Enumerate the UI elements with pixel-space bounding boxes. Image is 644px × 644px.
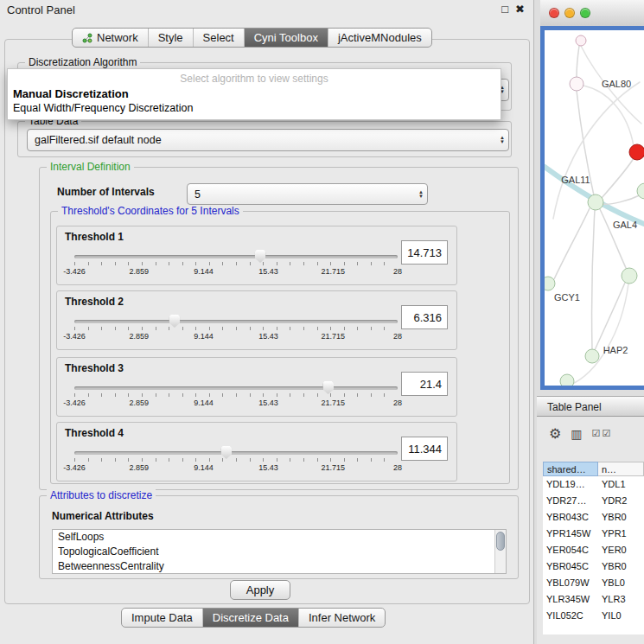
table-cell[interactable]: YDL1 xyxy=(598,476,644,493)
network-canvas[interactable]: GAL80GAL11GAL4GCY1HAP2 xyxy=(545,30,644,386)
close-icon[interactable]: ✖ xyxy=(515,3,525,16)
float-icon[interactable]: □ xyxy=(501,3,508,16)
table-cell[interactable]: YBR043C xyxy=(543,509,598,526)
network-edge[interactable] xyxy=(577,46,579,77)
network-edge[interactable] xyxy=(583,86,634,146)
column-header[interactable]: n… xyxy=(598,462,644,476)
table-cell[interactable]: YLR3 xyxy=(598,591,644,608)
mac-minimize-icon[interactable] xyxy=(564,8,575,18)
table-row[interactable]: YIL052CYIL0 xyxy=(543,608,644,624)
spinner-arrows-icon[interactable]: ▲▼ xyxy=(500,130,505,150)
table-row[interactable]: YLR345WYLR3 xyxy=(543,591,644,608)
attributes-listbox[interactable]: SelfLoops TopologicalCoefficient Between… xyxy=(52,529,507,574)
table-data-combobox[interactable]: galFiltered.sif default node ▲▼ xyxy=(27,129,509,151)
tick-label: 15.43 xyxy=(258,267,278,276)
table-cell[interactable]: YBR0 xyxy=(598,558,644,575)
table-cell[interactable]: YDL19… xyxy=(543,476,598,493)
table-row[interactable]: YDR27…YDR2 xyxy=(543,493,644,509)
table-cell[interactable]: YPR145W xyxy=(543,526,598,542)
slider-thumb[interactable] xyxy=(220,446,232,459)
scrollbar-thumb[interactable] xyxy=(496,532,505,551)
dropdown-option[interactable]: Manual Discretization xyxy=(8,87,501,100)
table-row[interactable]: YBL079WYBL0 xyxy=(543,575,644,591)
control-panel-titlebar[interactable]: Control Panel □ ✖ xyxy=(0,0,533,19)
slider-track[interactable] xyxy=(74,320,398,323)
table-cell[interactable]: YBR0 xyxy=(598,509,644,526)
mac-close-icon[interactable] xyxy=(549,8,559,18)
table-row[interactable]: YDL19…YDL1 xyxy=(543,476,644,493)
tab-jactivemnodules[interactable]: jActiveMNodules xyxy=(328,29,431,47)
table-panel-bar[interactable]: Table Panel xyxy=(537,396,644,417)
vertical-scrollbar[interactable] xyxy=(494,530,506,573)
network-edge[interactable] xyxy=(603,194,641,204)
num-intervals-combobox[interactable]: 5 ▲▼ xyxy=(187,183,428,205)
network-node[interactable] xyxy=(585,349,599,363)
table-cell[interactable]: YER0 xyxy=(598,542,644,558)
threshold-slider[interactable]: -3.426 2.859 9.144 15.43 21.715 28 xyxy=(74,314,398,347)
table-cell[interactable]: YER054C xyxy=(543,542,598,558)
network-node[interactable] xyxy=(570,77,583,91)
network-node[interactable] xyxy=(576,35,586,46)
checkbox-icons[interactable]: ☑☑ xyxy=(592,428,613,439)
table-cell[interactable]: YDR2 xyxy=(598,493,644,509)
table-row[interactable]: YBR043CYBR0 xyxy=(543,509,644,526)
network-node[interactable] xyxy=(588,194,603,210)
table-row[interactable]: YBR045CYBR0 xyxy=(543,558,644,575)
slider-thumb[interactable] xyxy=(322,381,334,394)
tab-discretize-data[interactable]: Discretize Data xyxy=(202,609,298,627)
slider-thumb[interactable] xyxy=(255,250,266,263)
tab-style[interactable]: Style xyxy=(148,29,193,47)
column-header[interactable]: shared… xyxy=(543,462,598,476)
network-node[interactable] xyxy=(545,277,555,290)
network-edge[interactable] xyxy=(600,209,627,270)
threshold-value-field[interactable]: 21.4 xyxy=(401,372,448,396)
dropdown-option[interactable]: Equal Width/Frequency Discretization xyxy=(8,102,501,114)
interval-definition-group: Interval Definition Number of Intervals … xyxy=(39,167,519,490)
gear-icon[interactable]: ⚙ xyxy=(549,425,561,442)
table-row[interactable]: YER054CYER0 xyxy=(543,542,644,558)
list-item[interactable]: BetweennessCentrality xyxy=(53,559,506,574)
list-item[interactable]: TopologicalCoefficient xyxy=(53,545,506,559)
list-item[interactable]: SelfLoops xyxy=(53,530,506,545)
tab-impute-data[interactable]: Impute Data xyxy=(122,609,202,627)
network-window-titlebar[interactable] xyxy=(540,0,644,27)
tick-label: 28 xyxy=(393,399,402,407)
threshold-value-field[interactable]: 6.316 xyxy=(401,305,448,329)
network-node[interactable] xyxy=(622,268,637,284)
network-edge[interactable] xyxy=(595,283,625,350)
tab-infer-network[interactable]: Infer Network xyxy=(298,609,385,627)
tick-labels: -3.426 2.859 9.144 15.43 21.715 28 xyxy=(74,463,398,473)
table-cell[interactable]: YIL052C xyxy=(543,608,598,624)
table-cell[interactable]: YBL0 xyxy=(598,575,644,591)
table-panel-title: Table Panel xyxy=(547,401,602,413)
spinner-arrows-icon[interactable]: ▲▼ xyxy=(418,184,424,204)
network-node[interactable] xyxy=(629,144,644,160)
slider-track[interactable] xyxy=(74,451,398,455)
table-cell[interactable]: YDR27… xyxy=(543,493,598,509)
table-cell[interactable]: YBL079W xyxy=(543,575,598,591)
threshold-slider[interactable]: -3.426 2.859 9.144 15.43 21.715 28 xyxy=(74,380,398,413)
table-cell[interactable]: YPR1 xyxy=(598,526,644,542)
tab-cyni-toolbox[interactable]: Cyni Toolbox xyxy=(244,29,328,47)
slider-thumb[interactable] xyxy=(169,315,180,328)
table-row[interactable]: YPR145WYPR1 xyxy=(543,526,644,542)
threshold-slider[interactable]: -3.426 2.859 9.144 15.43 21.715 28 xyxy=(74,249,398,282)
mac-zoom-icon[interactable] xyxy=(580,8,590,18)
threshold-slider[interactable]: -3.426 2.859 9.144 15.43 21.715 28 xyxy=(74,445,398,478)
network-edge[interactable] xyxy=(554,208,590,279)
slider-track[interactable] xyxy=(74,255,398,258)
slider-track[interactable] xyxy=(74,386,398,390)
network-node[interactable] xyxy=(560,374,574,386)
table-cell[interactable]: YBR045C xyxy=(543,558,598,575)
table-columns-icon[interactable]: ▥ xyxy=(571,427,582,441)
network-edge[interactable] xyxy=(602,158,634,198)
table-cell[interactable]: YLR345W xyxy=(543,591,598,608)
threshold-value-field[interactable]: 14.713 xyxy=(401,240,448,265)
tab-network[interactable]: Network xyxy=(73,29,148,47)
apply-button[interactable]: Apply xyxy=(230,580,290,600)
tick-label: 21.715 xyxy=(321,463,345,472)
table-cell[interactable]: YIL0 xyxy=(598,608,644,624)
tab-select[interactable]: Select xyxy=(193,29,244,47)
network-edge[interactable] xyxy=(592,210,595,349)
threshold-value-field[interactable]: 11.344 xyxy=(401,437,448,461)
